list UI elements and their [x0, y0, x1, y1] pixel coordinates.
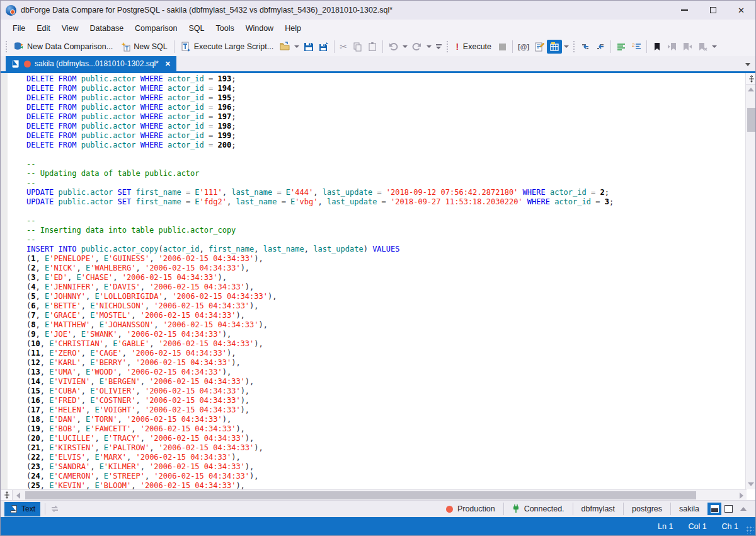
format-selection-button[interactable]: 2 — [629, 40, 644, 54]
code-line: (5, E'JOHNNY', E'LOLLOBRIGIDA', '2006-02… — [26, 292, 745, 301]
execute-exclamation-icon: ! — [455, 42, 460, 52]
status-column-number: Col 1 — [680, 522, 714, 531]
menu-comparison[interactable]: Comparison — [129, 21, 183, 35]
document-tab[interactable]: sakila (dbfmylas...0181010-1302.sql* ✕ — [6, 56, 176, 71]
menu-edit[interactable]: Edit — [31, 21, 56, 35]
environment-indicator[interactable]: Production — [438, 503, 503, 515]
maximize-button[interactable] — [699, 1, 727, 20]
scroll-up-icon[interactable] — [748, 88, 754, 91]
code-line: DELETE FROM public.actor WHERE actor_id … — [26, 93, 745, 103]
splitter-handle[interactable] — [1, 490, 13, 500]
scroll-down-icon[interactable] — [748, 482, 754, 486]
refresh-icon[interactable] — [50, 504, 60, 514]
previous-bookmark-button[interactable] — [665, 40, 680, 54]
splitter-icon — [748, 75, 755, 83]
open-folder-icon — [280, 42, 290, 52]
menu-window[interactable]: Window — [240, 21, 279, 35]
splitter-handle[interactable] — [746, 73, 756, 84]
cut-button[interactable]: ✂ — [337, 40, 350, 54]
data-comparison-icon — [14, 42, 24, 52]
copy-button[interactable] — [350, 40, 365, 54]
new-data-comparison-button[interactable]: New Data Comparison... — [10, 40, 117, 54]
server-indicator[interactable]: dbfmylast — [573, 503, 624, 515]
sql-editor[interactable]: DELETE FROM public.actor WHERE actor_id … — [1, 73, 756, 500]
toolbar-separator — [382, 40, 383, 53]
execute-large-script-label: Execute Large Script... — [194, 42, 273, 51]
code-line: DELETE FROM public.actor WHERE actor_id … — [26, 112, 745, 122]
database-indicator[interactable]: sakila — [670, 503, 707, 515]
resize-grip[interactable] — [746, 526, 753, 533]
minimize-icon — [681, 9, 688, 11]
code-line: (9, E'JOE', E'SWANK', '2006-02-15 04:34:… — [26, 330, 745, 339]
connection-status[interactable]: Connected. — [503, 503, 573, 515]
new-data-comparison-label: New Data Comparison... — [27, 42, 113, 51]
edit-parameters-button[interactable]: [@] — [515, 41, 532, 52]
toolbar-overflow-icon[interactable] — [436, 44, 442, 49]
cut-icon: ✂ — [340, 42, 347, 52]
redo-button[interactable] — [410, 40, 425, 54]
code-line: (6, E'BETTE', E'NICHOLSON', '2006-02-15 … — [26, 301, 745, 311]
menu-help[interactable]: Help — [279, 21, 307, 35]
save-button[interactable] — [301, 40, 316, 54]
clear-bookmarks-button[interactable] — [695, 40, 710, 54]
undo-button[interactable] — [386, 40, 401, 54]
close-button[interactable]: ✕ — [727, 1, 755, 20]
next-bookmark-button[interactable] — [680, 40, 695, 54]
plug-icon — [512, 504, 520, 513]
execute-button[interactable]: ! Execute — [451, 40, 495, 54]
execute-mode-dropdown-icon[interactable] — [564, 45, 569, 48]
split-layout-button[interactable] — [707, 503, 721, 515]
vertical-scroll-thumb[interactable] — [747, 108, 755, 132]
user-indicator[interactable]: postgres — [623, 503, 670, 515]
execute-large-script-button[interactable]: Execute Large Script... — [177, 40, 277, 54]
vertical-scrollbar[interactable] — [745, 73, 756, 489]
toolbar-grip[interactable] — [5, 40, 8, 53]
horizontal-scrollbar[interactable] — [1, 489, 747, 500]
format-document-button[interactable] — [614, 40, 629, 54]
redo-dropdown-icon[interactable] — [427, 45, 432, 48]
menu-database[interactable]: Database — [84, 21, 130, 35]
minimize-button[interactable] — [670, 1, 699, 20]
toolbar-grip[interactable] — [573, 40, 576, 53]
code-line: (22, E'ELVIS', E'MARX', '2006-02-15 04:3… — [26, 453, 745, 462]
status-line-number: Ln 1 — [650, 522, 680, 531]
single-layout-button[interactable] — [721, 503, 735, 515]
menu-view[interactable]: View — [56, 21, 84, 35]
arrow-left-icon — [580, 42, 590, 52]
paste-button[interactable] — [365, 40, 380, 54]
close-icon: ✕ — [738, 6, 745, 15]
new-sql-button[interactable]: New SQL — [117, 40, 171, 54]
undo-dropdown-icon[interactable] — [403, 45, 408, 48]
save-all-button[interactable] — [316, 40, 331, 54]
code-line: (25, E'KEVIN', E'BLOOM', '2006-02-15 04:… — [26, 481, 745, 489]
menu-tools[interactable]: Tools — [210, 21, 240, 35]
stop-execution-icon[interactable] — [499, 44, 506, 50]
open-file-dropdown-icon[interactable] — [294, 45, 299, 48]
bookmarks-dropdown-icon[interactable] — [712, 45, 717, 48]
redo-icon — [412, 42, 422, 52]
toggle-bookmark-button[interactable] — [650, 40, 665, 54]
code-line: (19, E'BOB', E'FAWCETT', '2006-02-15 04:… — [26, 424, 745, 434]
menu-file[interactable]: File — [7, 21, 31, 35]
navigate-back-button[interactable] — [578, 40, 593, 54]
execute-label: Execute — [463, 42, 491, 51]
scroll-left-icon[interactable] — [16, 492, 20, 499]
open-file-button[interactable] — [277, 40, 292, 54]
navigate-forward-button[interactable] — [593, 40, 608, 54]
collapse-panel-icon[interactable] — [740, 507, 747, 511]
status-bar: Ln 1 Col 1 Ch 1 — [1, 517, 755, 535]
code-line: -- — [26, 235, 745, 245]
horizontal-scroll-thumb[interactable] — [25, 491, 696, 499]
tab-list-dropdown-icon[interactable] — [745, 63, 750, 66]
code-area[interactable]: DELETE FROM public.actor WHERE actor_id … — [1, 73, 745, 489]
text-view-button[interactable]: Text — [4, 502, 40, 516]
code-line: (24, E'CAMERON', E'STREEP', '2006-02-15 … — [26, 472, 745, 481]
execute-to-grid-button[interactable] — [547, 40, 562, 54]
toolbar-grip[interactable] — [446, 40, 449, 53]
menu-sql[interactable]: SQL — [183, 21, 210, 35]
scroll-right-icon[interactable] — [740, 492, 743, 499]
execute-to-text-button[interactable] — [532, 40, 547, 54]
tab-close-icon[interactable]: ✕ — [165, 60, 171, 68]
code-line: DELETE FROM public.actor WHERE actor_id … — [26, 122, 745, 131]
execute-large-script-icon — [181, 42, 191, 52]
